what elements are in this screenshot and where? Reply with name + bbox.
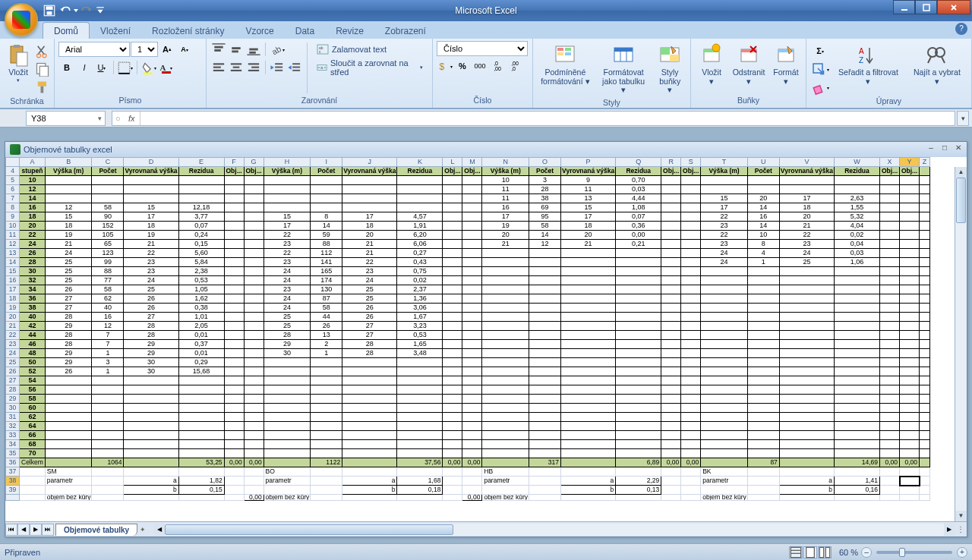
percent-icon[interactable]: % bbox=[454, 58, 471, 74]
next-sheet-icon[interactable]: ▶ bbox=[30, 524, 42, 536]
formula-bar-expand-icon[interactable]: ▾ bbox=[957, 111, 969, 126]
format-cells-button[interactable]: Formát ▾ bbox=[769, 41, 803, 95]
tab-review[interactable]: Revize bbox=[325, 23, 374, 39]
merge-center-button[interactable]: aSloučit a zarovnat na střed▾ bbox=[311, 59, 428, 76]
minimize-button[interactable] bbox=[893, 0, 915, 14]
scroll-down-icon[interactable]: ▼ bbox=[955, 511, 967, 521]
autosum-icon[interactable]: Σ▾ bbox=[810, 42, 830, 59]
svg-point-62 bbox=[712, 44, 720, 52]
office-button[interactable] bbox=[5, 3, 38, 36]
scroll-up-icon[interactable]: ▲ bbox=[955, 167, 967, 178]
svg-rect-2 bbox=[47, 11, 52, 15]
page-layout-view-icon[interactable] bbox=[803, 546, 817, 558]
sort-filter-button[interactable]: AZSeřadit a filtrovat ▾ bbox=[832, 41, 905, 96]
workbook-title-bar[interactable]: Objemové tabulky excel – □ ✕ bbox=[5, 142, 967, 157]
spreadsheet-grid[interactable]: ABCDEFGHIJKLMNOPQRSTUVWXYZ4stupeňVýška (… bbox=[5, 157, 930, 501]
svg-rect-59 bbox=[670, 55, 679, 61]
wb-close-icon[interactable]: ✕ bbox=[953, 143, 964, 154]
find-select-button[interactable]: Najít a vybrat ▾ bbox=[907, 41, 967, 96]
accounting-format-icon[interactable]: $▾ bbox=[437, 58, 453, 74]
maximize-button[interactable] bbox=[915, 0, 937, 14]
wb-minimize-icon[interactable]: – bbox=[926, 143, 936, 154]
sort-filter-icon: AZ bbox=[856, 43, 880, 68]
italic-button[interactable]: I bbox=[76, 59, 93, 76]
align-center-icon[interactable] bbox=[228, 59, 245, 76]
redo-icon[interactable] bbox=[80, 4, 94, 17]
svg-rect-14 bbox=[41, 87, 44, 93]
undo-icon[interactable] bbox=[58, 4, 71, 17]
name-box[interactable]: Y38 bbox=[26, 111, 106, 126]
close-button[interactable] bbox=[937, 0, 970, 14]
zoom-in-icon[interactable]: + bbox=[957, 547, 967, 558]
format-painter-icon[interactable] bbox=[34, 79, 51, 96]
title-bar: Microsoft Excel bbox=[0, 0, 972, 21]
bold-button[interactable]: B bbox=[58, 59, 75, 76]
tab-formulas[interactable]: Vzorce bbox=[235, 23, 284, 39]
last-sheet-icon[interactable]: ⏭ bbox=[42, 524, 54, 536]
increase-decimal-icon[interactable]: ,0,00 bbox=[489, 58, 506, 74]
increase-indent-icon[interactable] bbox=[286, 59, 303, 76]
decrease-decimal-icon[interactable]: ,00,0 bbox=[507, 58, 523, 74]
align-left-icon[interactable] bbox=[210, 59, 227, 76]
fill-icon[interactable]: ▾ bbox=[810, 61, 830, 77]
cut-icon[interactable] bbox=[34, 42, 51, 59]
paste-button[interactable]: Vložit ▾ bbox=[4, 41, 33, 96]
tab-page-layout[interactable]: Rozložení stránky bbox=[141, 23, 235, 39]
number-format-combo[interactable]: Číslo bbox=[437, 41, 528, 56]
insert-cells-button[interactable]: Vložit ▾ bbox=[695, 41, 728, 95]
fx-icon[interactable]: fx bbox=[124, 112, 140, 125]
split-handle-icon[interactable]: ⋮ bbox=[955, 525, 967, 533]
copy-icon[interactable] bbox=[34, 61, 51, 77]
font-size-combo[interactable]: 10 bbox=[131, 42, 158, 57]
sheet-tab-active[interactable]: Objemové tabulky bbox=[55, 524, 137, 536]
prev-sheet-icon[interactable]: ◀ bbox=[17, 524, 30, 536]
app-title: Microsoft Excel bbox=[455, 5, 516, 16]
save-icon[interactable] bbox=[43, 4, 56, 17]
grow-font-icon[interactable]: A▴ bbox=[159, 41, 175, 58]
tab-data[interactable]: Data bbox=[285, 23, 325, 39]
decrease-indent-icon[interactable] bbox=[269, 59, 286, 76]
help-icon[interactable]: ? bbox=[955, 23, 967, 35]
font-color-icon[interactable]: A▾ bbox=[158, 59, 175, 76]
qat-customize-icon[interactable] bbox=[96, 4, 105, 17]
wrap-text-button[interactable]: abcZalamovat text bbox=[311, 41, 428, 58]
page-break-view-icon[interactable] bbox=[818, 546, 832, 558]
svg-text:A: A bbox=[859, 47, 864, 55]
tab-view[interactable]: Zobrazení bbox=[374, 23, 437, 39]
delete-cells-button[interactable]: Odstranit ▾ bbox=[730, 41, 768, 95]
clear-icon[interactable]: ▾ bbox=[810, 79, 830, 96]
zoom-slider[interactable] bbox=[876, 551, 952, 554]
first-sheet-icon[interactable]: ⏮ bbox=[5, 524, 17, 536]
orientation-icon[interactable]: ab▾ bbox=[269, 41, 286, 58]
horizontal-scrollbar[interactable]: ◀ ▶ bbox=[154, 524, 955, 536]
shrink-font-icon[interactable]: A▾ bbox=[176, 41, 193, 58]
tab-home[interactable]: Domů bbox=[43, 22, 90, 39]
font-name-combo[interactable]: Arial bbox=[58, 42, 130, 57]
svg-rect-29 bbox=[213, 70, 224, 71]
align-middle-icon[interactable] bbox=[228, 41, 245, 58]
cell-styles-button[interactable]: Styly buňky ▾ bbox=[653, 41, 686, 97]
format-as-table-button[interactable]: Formátovat jako tabulku ▾ bbox=[595, 41, 652, 97]
comma-icon[interactable]: 000 bbox=[472, 58, 488, 74]
scroll-left-icon[interactable]: ◀ bbox=[154, 524, 165, 536]
vertical-scrollbar[interactable]: ▲ ▼ bbox=[955, 167, 967, 521]
undo-dropdown-icon[interactable] bbox=[73, 4, 79, 17]
tab-insert[interactable]: Vložení bbox=[90, 23, 141, 39]
underline-button[interactable]: U▾ bbox=[93, 59, 110, 76]
conditional-formatting-button[interactable]: Podmíněné formátování ▾ bbox=[537, 41, 594, 97]
zoom-slider-handle[interactable] bbox=[899, 548, 905, 557]
wb-maximize-icon[interactable]: □ bbox=[939, 143, 950, 154]
zoom-percent[interactable]: 60 % bbox=[836, 548, 861, 557]
new-sheet-icon[interactable]: ✦ bbox=[137, 526, 148, 533]
scroll-right-icon[interactable]: ▶ bbox=[944, 524, 955, 536]
border-icon[interactable]: ▾ bbox=[117, 59, 134, 76]
align-top-icon[interactable] bbox=[210, 41, 227, 58]
zoom-out-icon[interactable]: – bbox=[861, 547, 872, 558]
fill-color-icon[interactable]: ▾ bbox=[140, 59, 157, 76]
align-bottom-icon[interactable] bbox=[245, 41, 262, 58]
vscroll-thumb[interactable] bbox=[956, 178, 966, 223]
normal-view-icon[interactable] bbox=[789, 546, 803, 558]
align-right-icon[interactable] bbox=[245, 59, 262, 76]
svg-rect-22 bbox=[232, 50, 238, 52]
hscroll-thumb[interactable] bbox=[165, 524, 453, 535]
